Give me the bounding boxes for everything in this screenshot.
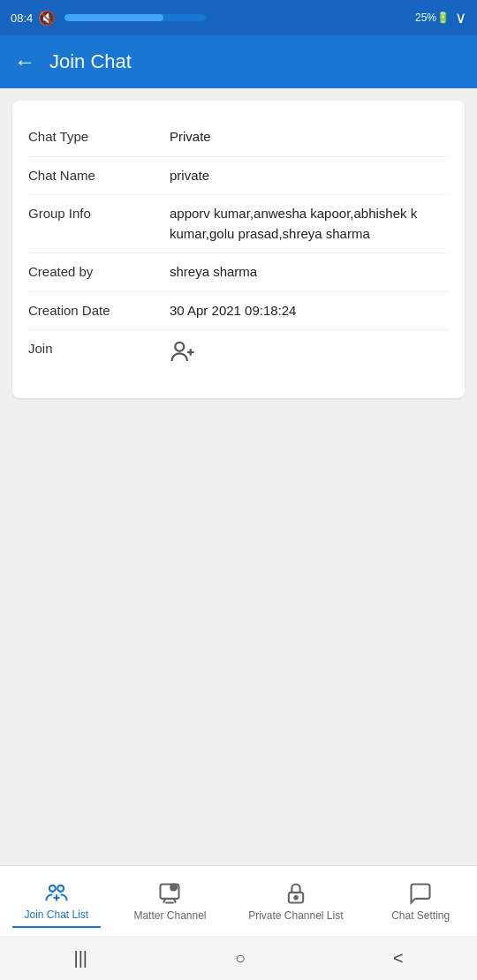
created-by-value: shreya sharma [170, 262, 449, 283]
chat-name-row: Chat Name private [28, 157, 449, 196]
volume-icon: 🔇 [38, 10, 56, 26]
back-system-button[interactable]: < [393, 948, 404, 969]
nav-item-chat-setting[interactable]: Chat Setting [376, 876, 465, 927]
join-value[interactable] [170, 339, 449, 372]
chat-setting-icon [408, 881, 433, 906]
nav-label-chat-setting: Chat Setting [391, 909, 450, 922]
chat-name-label: Chat Name [28, 166, 170, 183]
created-by-row: Created by shreya sharma [28, 253, 449, 292]
progress-fill [64, 14, 163, 21]
chat-name-value: private [170, 166, 449, 186]
battery-icon: 25%🔋 [415, 11, 450, 24]
chat-type-value: Private [170, 127, 449, 147]
status-right: 25%🔋 ∨ [415, 8, 466, 27]
chevron-down-icon[interactable]: ∨ [455, 8, 466, 27]
bottom-nav: Join Chat List Matter Channel Private Ch… [0, 865, 477, 936]
nav-item-matter-channel[interactable]: Matter Channel [125, 876, 215, 927]
creation-date-value: 30 Apr 2021 09:18:24 [170, 301, 449, 321]
time-display: 08:4 [11, 11, 33, 25]
svg-point-4 [57, 885, 64, 891]
svg-point-0 [175, 343, 184, 351]
nav-label-join-chat-list: Join Chat List [24, 908, 88, 921]
add-person-icon[interactable] [170, 339, 196, 366]
nav-item-join-chat-list[interactable]: Join Chat List [12, 875, 101, 928]
main-content: Chat Type Private Chat Name private Grou… [0, 88, 477, 777]
chat-type-row: Chat Type Private [28, 118, 449, 157]
status-left: 08:4 🔇 [11, 10, 206, 26]
join-chat-list-icon [44, 880, 69, 905]
svg-point-3 [49, 885, 56, 891]
media-progress [64, 14, 206, 21]
svg-point-12 [294, 895, 298, 899]
nav-label-private-channel-list: Private Channel List [248, 909, 343, 922]
creation-date-label: Creation Date [28, 301, 170, 318]
group-info-label: Group Info [28, 204, 170, 221]
recents-button[interactable]: ||| [73, 948, 87, 969]
group-info-row: Group Info apporv kumar,anwesha kapoor,a… [28, 195, 449, 253]
app-header: ← Join Chat [0, 35, 477, 88]
page-title: Join Chat [49, 50, 132, 73]
nav-label-matter-channel: Matter Channel [133, 909, 206, 922]
matter-channel-icon [157, 881, 182, 906]
info-card: Chat Type Private Chat Name private Grou… [12, 101, 465, 398]
svg-line-10 [171, 888, 173, 890]
status-bar: 08:4 🔇 25%🔋 ∨ [0, 0, 477, 35]
creation-date-row: Creation Date 30 Apr 2021 09:18:24 [28, 292, 449, 331]
join-row: Join [28, 330, 449, 381]
home-button[interactable]: ○ [235, 948, 246, 969]
back-button[interactable]: ← [14, 49, 35, 74]
chat-type-label: Chat Type [28, 127, 170, 144]
system-nav-bar: ||| ○ < [0, 936, 477, 980]
nav-item-private-channel-list[interactable]: Private Channel List [239, 876, 352, 927]
join-label: Join [28, 339, 170, 356]
private-channel-icon [284, 881, 308, 906]
created-by-label: Created by [28, 262, 170, 279]
group-info-value: apporv kumar,anwesha kapoor,abhishek k k… [170, 204, 449, 244]
